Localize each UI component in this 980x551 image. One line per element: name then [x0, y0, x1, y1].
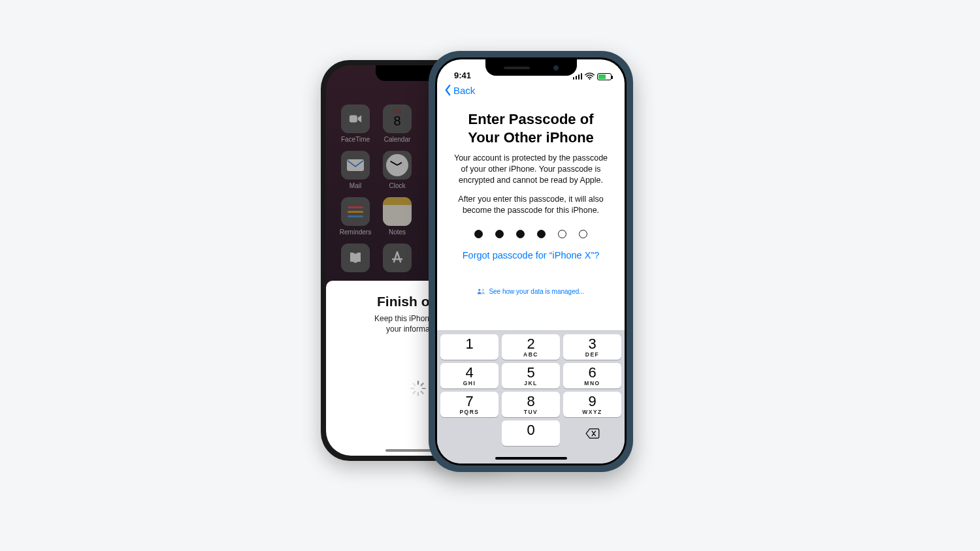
phone-front: 9:41 Back Enter Passcode of Your Other i… [429, 51, 633, 472]
numeric-keypad: 1 2ABC 3DEF 4GHI 5JKL 6MNO 7PQRS 8TUV 9W… [437, 330, 625, 464]
svg-line-5 [421, 392, 423, 394]
data-managed-label: See how your data is managed... [489, 288, 584, 295]
forgot-passcode-link[interactable]: Forgot passcode for “iPhone X”? [450, 250, 612, 260]
svg-line-3 [421, 383, 423, 385]
passcode-dot [558, 230, 566, 238]
loading-spinner-icon [410, 380, 427, 400]
svg-point-11 [478, 289, 480, 291]
battery-icon [597, 73, 612, 80]
notch [485, 59, 577, 76]
key-4[interactable]: 4GHI [440, 363, 498, 388]
svg-line-9 [413, 383, 415, 385]
svg-line-7 [413, 392, 415, 394]
passcode-dots [450, 230, 612, 238]
back-label: Back [453, 85, 475, 96]
key-blank [440, 420, 498, 446]
passcode-dot [537, 230, 546, 238]
chevron-left-icon [444, 84, 452, 96]
status-time: 9:41 [450, 71, 471, 80]
passcode-dot [579, 230, 587, 238]
back-button[interactable]: Back [444, 84, 475, 96]
description-2: After you enter this passcode, it will a… [450, 194, 612, 216]
passcode-dot [474, 230, 483, 238]
wifi-icon [585, 72, 595, 80]
page-title: Enter Passcode of Your Other iPhone [450, 110, 612, 146]
key-8[interactable]: 8TUV [502, 392, 560, 417]
key-9[interactable]: 9WXYZ [563, 392, 621, 417]
cellular-signal-icon [573, 73, 583, 80]
svg-point-10 [589, 78, 591, 80]
key-7[interactable]: 7PQRS [440, 392, 498, 417]
key-1[interactable]: 1 [440, 334, 498, 360]
home-indicator[interactable] [495, 457, 567, 460]
svg-point-12 [482, 289, 484, 291]
passcode-dot [516, 230, 525, 238]
key-2[interactable]: 2ABC [502, 334, 560, 360]
key-6[interactable]: 6MNO [563, 363, 621, 388]
key-delete[interactable] [563, 420, 621, 446]
key-5[interactable]: 5JKL [502, 363, 560, 388]
key-0[interactable]: 0 [502, 420, 560, 446]
passcode-dot [495, 230, 504, 238]
backspace-icon [585, 428, 600, 439]
description-1: Your account is protected by the passcod… [450, 153, 612, 186]
data-managed-link[interactable]: See how your data is managed... [450, 288, 612, 295]
privacy-icon [477, 288, 485, 295]
key-3[interactable]: 3DEF [563, 334, 621, 360]
